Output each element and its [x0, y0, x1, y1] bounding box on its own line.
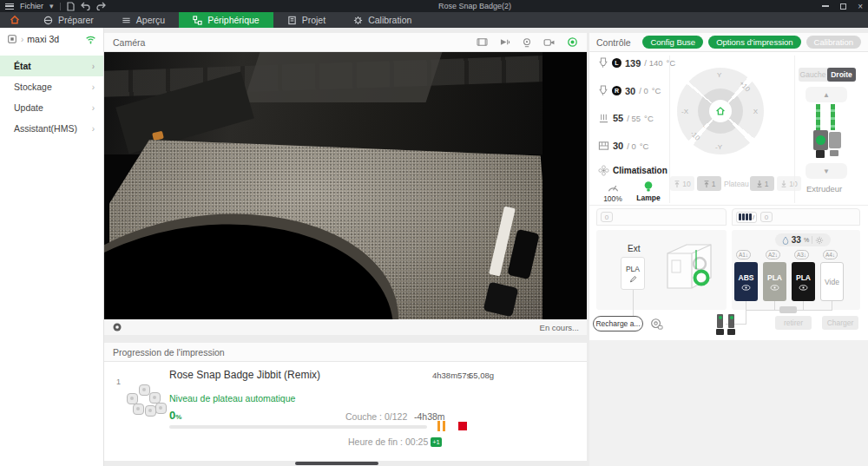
slot-a3-label: A3↓	[794, 250, 809, 259]
file-menu[interactable]: Fichier	[20, 2, 43, 10]
calibration-icon	[353, 16, 363, 25]
menu-icon[interactable]	[5, 3, 14, 10]
filament-slot-3[interactable]: PLA	[792, 262, 815, 301]
device-selector[interactable]: › maxi 3d	[0, 28, 103, 50]
device-name: maxi 3d	[27, 34, 59, 44]
fan-percent: 100%	[600, 194, 626, 203]
stop-button[interactable]	[458, 422, 467, 430]
slot-a4-label: A4↓	[823, 250, 838, 259]
ams-slots-icon: /	[736, 212, 757, 223]
pad-y-label: Y	[717, 71, 721, 79]
preview-icon	[122, 16, 131, 25]
record-indicator-icon[interactable]	[112, 322, 122, 332]
spool-settings-icon[interactable]	[650, 318, 663, 331]
left-nozzle-badge: L	[612, 58, 621, 68]
extrude-up-button[interactable]: ▲	[806, 87, 847, 102]
climatisation-row: Climatisation	[598, 165, 667, 176]
tab-projet[interactable]: Projet	[273, 12, 339, 28]
sidebar-item-assistant[interactable]: Assistant(HMS)›	[0, 118, 103, 139]
climatisation-label: Climatisation	[613, 166, 667, 175]
close-button[interactable]: ×	[858, 2, 863, 11]
wifi-icon	[85, 35, 96, 44]
extruder-graphic	[812, 104, 843, 161]
job-thumbnail	[127, 384, 167, 424]
layer-count: Couche : 0/122	[345, 411, 407, 422]
title-bar: Fichier ▾ Rose Snap Badge(2) ×	[0, 0, 868, 12]
camera-view[interactable]	[104, 52, 587, 319]
webcam-icon[interactable]	[522, 37, 532, 48]
divider	[60, 3, 61, 10]
ext-tab-badge: 0	[601, 212, 613, 222]
fan-speed-control[interactable]: 100%	[600, 182, 626, 203]
bed-up-1-button[interactable]: 1	[697, 176, 721, 191]
recharge-auto-button[interactable]: Recharge a...	[593, 316, 643, 331]
calibration-button[interactable]: Calibration	[806, 36, 861, 49]
chevron-down-icon[interactable]: ▾	[49, 2, 54, 10]
record-icon[interactable]	[567, 36, 578, 48]
home-button-pad[interactable]	[709, 100, 732, 122]
progress-percent: 0%	[169, 409, 181, 422]
tab-apercu[interactable]: Aperçu	[108, 12, 179, 28]
humidity-indicator: 33%	[775, 233, 831, 246]
ext-filament-card[interactable]: PLA	[621, 257, 645, 290]
nozzle-right-temp[interactable]: R 30 / 0 °C	[598, 85, 661, 96]
gauge-icon	[607, 182, 620, 193]
undo-icon[interactable]	[81, 2, 90, 10]
sidebar-item-stockage[interactable]: Stockage›	[0, 76, 103, 97]
chamber-icon	[598, 141, 609, 151]
retirer-button[interactable]: retirer	[775, 316, 812, 330]
pause-button[interactable]	[437, 421, 450, 431]
nozzle-status-icons	[716, 314, 735, 335]
device-icon	[193, 16, 202, 25]
video-camera-icon[interactable]	[543, 38, 556, 47]
lamp-label: Lampe	[635, 194, 662, 202]
bed-down-1-button[interactable]: 1	[750, 176, 774, 191]
chamber-temp[interactable]: 30 / 0 °C	[598, 141, 648, 151]
eye-icon	[741, 285, 751, 291]
new-file-icon[interactable]	[67, 2, 75, 11]
bed-temp[interactable]: 55 / 55 °C	[598, 113, 654, 123]
tab-calibration[interactable]: Calibration	[339, 12, 425, 28]
bed-up-10-button[interactable]: 10	[670, 176, 694, 191]
timelapse-icon[interactable]	[477, 37, 488, 47]
bed-down-10-button[interactable]: 10	[777, 176, 801, 191]
extrude-down-button[interactable]: ▼	[806, 163, 847, 179]
slot-a1-label: A1↓	[736, 250, 751, 259]
lamp-toggle[interactable]: Lampe	[635, 180, 662, 202]
job-duration: 4h38m57s	[432, 371, 470, 380]
sidebar-item-update[interactable]: Update›	[0, 97, 103, 118]
ext-spool-tab[interactable]: 0	[596, 208, 727, 226]
fan-icon	[598, 165, 609, 176]
charger-button[interactable]: Charger	[822, 316, 858, 330]
control-title: Contrôle	[596, 37, 631, 48]
printer-icon	[7, 34, 17, 44]
humidity-value: 33	[792, 235, 801, 245]
nozzle-icon	[598, 85, 608, 96]
window-title: Rose Snap Badge(2)	[438, 2, 511, 10]
control-panel: Contrôle Config Buse Options d'impressio…	[589, 33, 868, 340]
maximize-button[interactable]	[840, 3, 846, 10]
filament-slot-2[interactable]: PLA	[763, 262, 786, 301]
ams-tab[interactable]: / 0	[732, 208, 860, 226]
tab-peripherique[interactable]: Périphérique	[179, 12, 273, 28]
home-button[interactable]	[0, 12, 30, 28]
nozzle-side-toggle[interactable]: Gauche Droite	[799, 68, 856, 82]
pad-x-label: X	[753, 108, 758, 115]
minimize-button[interactable]	[822, 5, 829, 7]
movement-pad[interactable]: Y -Y X -X +10 +1 -1 -10	[677, 68, 764, 154]
config-buse-button[interactable]: Config Buse	[642, 36, 703, 49]
main-area: Caméra En cours...	[104, 28, 587, 466]
slot-a2-label: A2↓	[766, 250, 780, 259]
playback-speed-icon[interactable]	[499, 37, 510, 47]
filament-slot-1[interactable]: ABS	[734, 262, 758, 301]
filament-slot-4-empty[interactable]: Vide	[820, 262, 844, 301]
nozzle-left-temp[interactable]: L 139 / 140 °C	[598, 57, 675, 69]
right-panel-spacer	[589, 340, 868, 466]
eye-icon	[770, 285, 779, 291]
redo-icon[interactable]	[96, 2, 106, 10]
bed-icon	[598, 113, 609, 123]
sidebar-item-etat[interactable]: État›	[0, 56, 103, 76]
options-impression-button[interactable]: Options d'impression	[708, 36, 800, 49]
tab-preparer[interactable]: Préparer	[30, 12, 108, 28]
horizontal-scrollbar[interactable]	[295, 462, 378, 465]
